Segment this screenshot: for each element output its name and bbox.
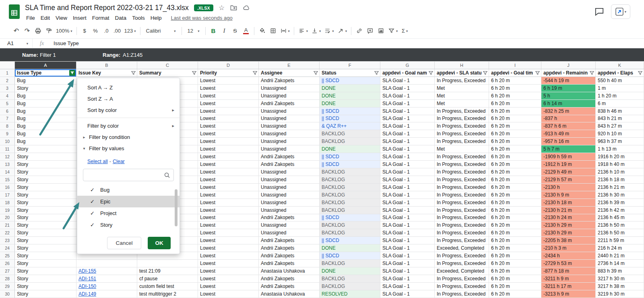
cell-sla-status[interactable]: In Progress, Exceeded [435,122,489,130]
cell-priority[interactable]: Lowest [198,138,259,145]
cell-remaining-time[interactable]: -2130 h 24 m [541,214,596,222]
menu-edit[interactable]: Edit [38,14,53,22]
cell-goal-time[interactable]: 6 h 20 m [489,229,541,237]
cell-sla-status[interactable]: In Progress, Exceeded [435,168,489,176]
filter-value-story[interactable]: ✓Story [77,219,180,231]
cell-elapsed-time[interactable]: 2136 h 50 m [596,221,644,229]
row-number-14[interactable]: 14 [0,168,15,176]
zoom-select[interactable]: 100% ▾ [55,26,74,36]
cell-elapsed-time[interactable]: 1916 h 20 m [596,153,644,161]
cell-goal-time[interactable]: 6 h 20 m [489,115,541,123]
cell-assignee[interactable]: Andrii Zakopets [259,153,320,161]
cell-sla-status[interactable]: In Progress, Exceeded [435,115,489,123]
cell-issue-type[interactable]: Story [15,207,76,214]
text-wrap-button[interactable]: ▾ [323,26,335,36]
cell-priority[interactable]: Lowest [198,145,259,153]
cell-status[interactable]: BACKLOG [320,207,380,214]
filter-icon-priority[interactable] [252,70,258,75]
cell-remaining-time[interactable]: -2130 h 18 m [541,199,596,207]
cell-status[interactable]: DONE [320,267,380,275]
cell-priority[interactable]: Lowest [198,108,259,115]
ok-button[interactable]: OK [148,237,171,249]
filter-value-bug[interactable]: ✓Bug [77,184,180,196]
cell-remaining-time[interactable]: -3211 h 9 m [541,275,596,283]
cell-sla-status[interactable]: In Progress, Exceeded [435,77,489,85]
cell-issue-type[interactable]: Bug [15,100,76,108]
cell-issue-type[interactable]: Bug [15,77,76,85]
cell-goal-name[interactable]: SLA Goal - 1 [380,176,435,184]
cell-sla-status[interactable]: In Progress, Exceeded [435,199,489,207]
cell-elapsed-time[interactable]: 2440 h 21 m [596,252,644,260]
cell-sla-status[interactable]: In Progress, Exceeded [435,108,489,115]
cell-remaining-time[interactable]: -2130 h 21 m [541,207,596,214]
cell-status[interactable]: BACKLOG [320,168,380,176]
cell-goal-name[interactable]: SLA Goal - 1 [380,199,435,207]
cell-sla-status[interactable]: In Progress, Exceeded [435,191,489,199]
cell-goal-name[interactable]: SLA Goal - 1 [380,130,435,138]
cell-sla-status[interactable]: Exceeded, Completed [435,267,489,275]
cell-issue-type[interactable]: Story [15,199,76,207]
row-number-24[interactable]: 24 [0,244,15,252]
filter-icon-summary[interactable] [192,70,197,75]
strikethrough-button[interactable]: S [230,26,240,36]
row-number-20[interactable]: 20 [0,214,15,222]
name-box[interactable]: A1 ▾ [0,40,32,46]
cell-status[interactable]: BACKLOG [320,260,380,267]
cell-issue-type[interactable]: Story [15,267,76,275]
cell-remaining-time[interactable]: -1912 h 19 m [541,161,596,168]
row-number-13[interactable]: 13 [0,161,15,168]
clear-link[interactable]: Clear [113,159,125,164]
cell-issue-key[interactable]: ADI-155 [76,267,137,275]
row-number-4[interactable]: 4 [0,92,15,100]
cell-remaining-time[interactable]: -2130 h 29 m [541,221,596,229]
cell-remaining-time[interactable]: -3211 h 17 m [541,283,596,290]
cell-status[interactable]: BACKLOG [320,283,380,290]
cell-goal-name[interactable]: SLA Goal - 1 [380,214,435,222]
cell-goal-name[interactable]: SLA Goal - 1 [380,275,435,283]
column-header-k[interactable]: K [596,62,644,69]
cell-elapsed-time[interactable]: 1 h 13 m [596,145,644,153]
column-header-d[interactable]: D [198,62,259,69]
cell-assignee[interactable]: Andrii Zakopets [259,260,320,267]
cell-priority[interactable]: Lowest [198,100,259,108]
cell-status[interactable]: BACKLOG [320,130,380,138]
cell-remaining-time[interactable]: -544 h 19 m [541,77,596,85]
filter-icon-appdevi-sla-statu[interactable] [483,70,488,75]
text-color-button[interactable]: A [241,26,251,36]
cell-goal-name[interactable]: SLA Goal - 1 [380,207,435,214]
cell-assignee[interactable]: Unassigned [259,229,320,237]
cell-sla-status[interactable]: In Progress, Exceeded [435,283,489,290]
cell-sla-status[interactable]: In Progress, Exceeded [435,229,489,237]
cell-status[interactable]: BACKLOG [320,191,380,199]
cell-priority[interactable]: Lowest [198,283,259,290]
filter-value-project[interactable]: ✓Project [77,207,180,219]
cell-goal-time[interactable]: 6 h 20 m [489,161,541,168]
cell-sla-status[interactable]: In Progress, Exceeded [435,153,489,161]
cell-elapsed-time[interactable]: 3217 h 38 m [596,283,644,290]
open-in-new-button[interactable]: ▾ [611,4,630,19]
cell-sla-status[interactable]: In Progress, Exceeded [435,207,489,214]
filter-search-input[interactable] [83,169,174,181]
cell-elapsed-time[interactable]: 920 h 10 m [596,130,644,138]
cell-remaining-time[interactable]: -3213 h 9 m [541,290,596,298]
cell-summary[interactable]: cf pause [137,275,198,283]
cell-issue-type[interactable]: Story [15,260,76,267]
cell-assignee[interactable]: Andrii Zakopets [259,275,320,283]
row-number-23[interactable]: 23 [0,237,15,244]
cell-remaining-time[interactable]: -1909 h 59 m [541,153,596,161]
column-header-c[interactable]: C [137,62,198,69]
cell-goal-name[interactable]: SLA Goal - 1 [380,229,435,237]
star-icon[interactable]: ☆ [219,4,225,11]
header-cell-issue-type[interactable]: Issue Type [15,69,76,77]
cell-sla-status[interactable]: In Progress, Exceeded [435,214,489,222]
cell-priority[interactable]: Lowest [198,199,259,207]
cell-status[interactable]: BACKLOG [320,176,380,184]
cell-priority[interactable]: Lowest [198,153,259,161]
cell-priority[interactable]: Lowest [198,184,259,191]
column-header-a[interactable]: A [15,62,76,69]
paint-format-button[interactable] [44,26,54,36]
cell-elapsed-time[interactable]: 2136 h 50 m [596,229,644,237]
cell-sla-status[interactable]: In Progress, Exceeded [435,176,489,184]
menu-item-filter-by-values[interactable]: ▾ Filter by values [77,143,180,154]
menu-item-sort-a-z[interactable]: Sort A → Z [77,82,180,93]
